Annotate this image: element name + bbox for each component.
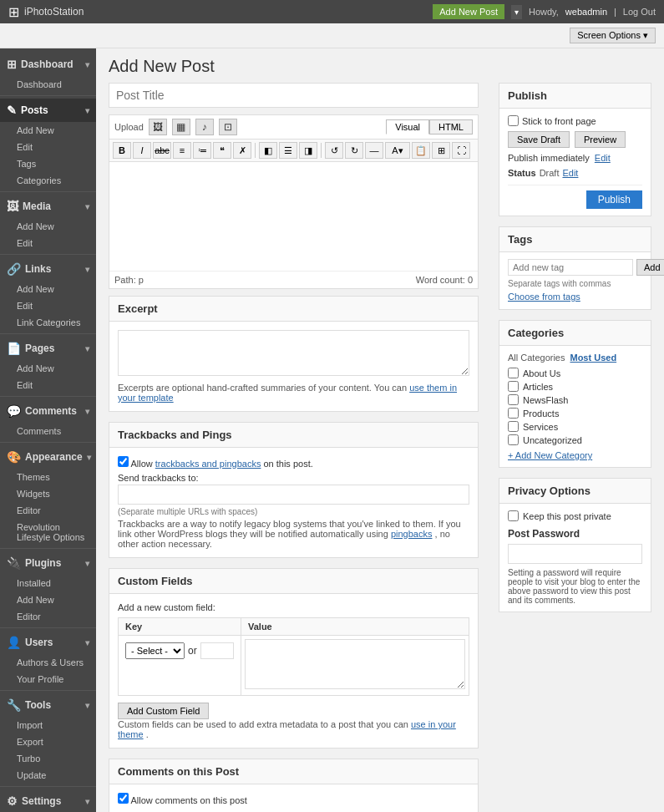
- ul-button[interactable]: ≡: [173, 142, 191, 159]
- sidebar-header-links[interactable]: 🔗 Links ▾: [0, 257, 96, 281]
- trackbacks-checkbox[interactable]: [118, 456, 129, 467]
- sidebar-header-dashboard[interactable]: ⊞ Dashboard ▾: [0, 53, 96, 76]
- sidebar-item-turbo[interactable]: Turbo: [0, 750, 96, 767]
- allow-comments-checkbox[interactable]: [118, 793, 129, 804]
- cat-checkbox-articles[interactable]: [508, 381, 519, 392]
- align-right-button[interactable]: ◨: [299, 142, 317, 159]
- logout-link[interactable]: Log Out: [623, 7, 656, 17]
- key-select[interactable]: - Select -: [125, 642, 185, 659]
- cat-checkbox-products[interactable]: [508, 408, 519, 419]
- add-new-post-button[interactable]: Add New Post: [433, 4, 504, 19]
- hr-button[interactable]: —: [365, 142, 383, 159]
- sidebar-header-appearance[interactable]: 🎨 Appearance ▾: [0, 445, 96, 469]
- sidebar-header-users[interactable]: 👤 Users ▾: [0, 631, 96, 654]
- ol-button[interactable]: ≔: [193, 142, 211, 159]
- trackback-url-input[interactable]: [118, 485, 469, 505]
- sidebar-item-widgets[interactable]: Widgets: [0, 485, 96, 502]
- cat-checkbox-uncategorized[interactable]: [508, 434, 519, 445]
- keep-private-checkbox[interactable]: [508, 510, 519, 521]
- sidebar-item-posts-edit[interactable]: Edit: [0, 139, 96, 155]
- delete-button[interactable]: ✗: [233, 142, 251, 159]
- sidebar-header-settings[interactable]: ⚙ Settings ▾: [0, 789, 96, 812]
- cat-checkbox-newsflash[interactable]: [508, 394, 519, 405]
- sidebar-item-links-edit[interactable]: Edit: [0, 297, 96, 314]
- blockquote-button[interactable]: ❝: [213, 142, 231, 159]
- add-category-link[interactable]: + Add New Category: [508, 450, 642, 460]
- add-tag-input[interactable]: [508, 259, 633, 276]
- sidebar-header-plugins[interactable]: 🔌 Plugins ▾: [0, 551, 96, 575]
- custom-key-input[interactable]: [200, 642, 234, 659]
- sidebar-item-links-add-new[interactable]: Add New: [0, 281, 96, 297]
- fullscreen-button[interactable]: ⛶: [452, 142, 470, 159]
- pingbacks-link[interactable]: pingbacks: [391, 529, 433, 539]
- html-tab[interactable]: HTML: [429, 119, 473, 134]
- align-center-button[interactable]: ☰: [279, 142, 297, 159]
- editor-body[interactable]: [109, 162, 478, 271]
- stick-to-front-checkbox[interactable]: [508, 115, 519, 126]
- save-draft-button[interactable]: Save Draft: [508, 131, 570, 148]
- visual-tab[interactable]: Visual: [386, 119, 429, 134]
- sidebar-item-export[interactable]: Export: [0, 733, 96, 750]
- sidebar-item-plugins-add-new[interactable]: Add New: [0, 591, 96, 608]
- sidebar-item-revolution[interactable]: Revolution Lifestyle Options: [0, 519, 96, 546]
- sidebar-item-posts-categories[interactable]: Categories: [0, 172, 96, 189]
- sidebar-item-media-add-new[interactable]: Add New: [0, 218, 96, 235]
- paste-button[interactable]: 📋: [412, 142, 430, 159]
- sidebar-item-pages-edit[interactable]: Edit: [0, 377, 96, 393]
- upload-audio-btn[interactable]: ▦: [172, 119, 190, 135]
- sidebar-item-themes[interactable]: Themes: [0, 469, 96, 485]
- sidebar-item-plugins-editor[interactable]: Editor: [0, 608, 96, 625]
- sidebar-item-dashboard[interactable]: Dashboard: [0, 76, 96, 93]
- sidebar-item-media-edit[interactable]: Edit: [0, 235, 96, 251]
- upload-music-btn[interactable]: ♪: [195, 119, 214, 135]
- sidebar-item-plugins-installed[interactable]: Installed: [0, 575, 96, 591]
- undo-button[interactable]: ↺: [325, 142, 343, 159]
- add-new-dropdown-button[interactable]: ▾: [511, 5, 522, 19]
- sidebar-item-your-profile[interactable]: Your Profile: [0, 671, 96, 688]
- preview-button[interactable]: Preview: [575, 131, 626, 148]
- sidebar-item-posts-tags[interactable]: Tags: [0, 155, 96, 172]
- trackbacks-link[interactable]: trackbacks and pingbacks: [155, 459, 261, 469]
- excerpt-textarea[interactable]: [118, 330, 469, 376]
- status-edit-link[interactable]: Edit: [562, 168, 578, 178]
- username-text[interactable]: webadmin: [565, 7, 607, 17]
- cat-tab-all[interactable]: All Categories: [508, 353, 565, 363]
- bold-button[interactable]: B: [113, 142, 131, 159]
- tags-note: Separate tags with commas: [508, 279, 642, 288]
- strikethrough-button[interactable]: abc: [153, 142, 171, 159]
- sidebar-item-editor[interactable]: Editor: [0, 502, 96, 519]
- italic-button[interactable]: I: [133, 142, 151, 159]
- sidebar-item-pages-add-new[interactable]: Add New: [0, 360, 96, 377]
- sidebar-item-update[interactable]: Update: [0, 767, 96, 784]
- sidebar-item-comments[interactable]: Comments: [0, 423, 96, 439]
- sidebar-header-posts[interactable]: ✎ Posts ▾: [0, 99, 96, 122]
- text-color-button[interactable]: A▾: [385, 142, 410, 159]
- add-tag-button[interactable]: Add: [636, 259, 664, 276]
- publish-immediately-edit-link[interactable]: Edit: [595, 153, 611, 163]
- upload-image-btn[interactable]: 🖼: [149, 119, 167, 135]
- cat-checkbox-about-us[interactable]: [508, 368, 519, 378]
- cat-tab-most-used[interactable]: Most Used: [570, 353, 616, 363]
- custom-value-input[interactable]: [245, 639, 465, 689]
- screen-options-button[interactable]: Screen Options ▾: [570, 28, 656, 43]
- sidebar-header-pages[interactable]: 📄 Pages ▾: [0, 337, 96, 360]
- upload-misc-btn[interactable]: ⊡: [219, 119, 237, 135]
- sidebar-item-posts-add-new[interactable]: Add New: [0, 122, 96, 139]
- post-title-input[interactable]: [109, 83, 479, 108]
- add-custom-field-button[interactable]: Add Custom Field: [118, 703, 209, 719]
- insert-more-button[interactable]: ⊞: [432, 142, 450, 159]
- sidebar-header-media[interactable]: 🖼 Media ▾: [0, 195, 96, 218]
- sidebar-header-tools[interactable]: 🔧 Tools ▾: [0, 693, 96, 717]
- sidebar-header-comments[interactable]: 💬 Comments ▾: [0, 399, 96, 423]
- align-left-button[interactable]: ◧: [259, 142, 277, 159]
- sidebar-item-authors-users[interactable]: Authors & Users: [0, 654, 96, 671]
- publish-button[interactable]: Publish: [586, 190, 642, 209]
- redo-button[interactable]: ↻: [345, 142, 363, 159]
- sidebar-item-import[interactable]: Import: [0, 717, 96, 733]
- choose-tags-link[interactable]: Choose from tags: [508, 292, 580, 302]
- post-password-input[interactable]: [508, 544, 642, 564]
- cat-checkbox-services[interactable]: [508, 421, 519, 432]
- trackbacks-content: Allow trackbacks and pingbacks on this p…: [109, 448, 478, 557]
- sidebar-item-links-categories[interactable]: Link Categories: [0, 314, 96, 331]
- upload-label[interactable]: Upload: [114, 122, 144, 132]
